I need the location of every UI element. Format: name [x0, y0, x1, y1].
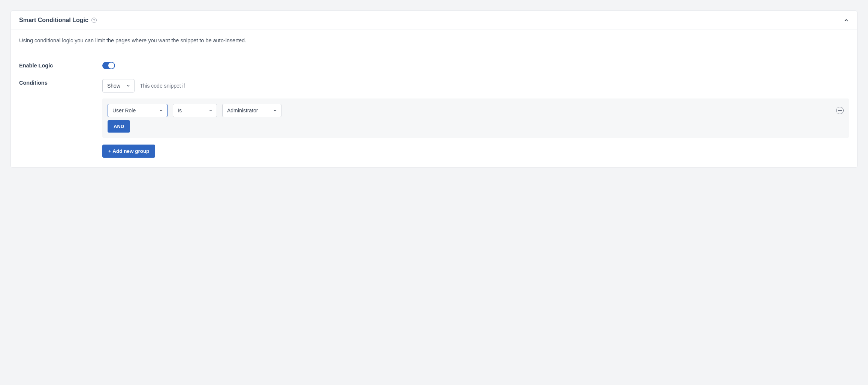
condition-row: User Role Is Administrator: [108, 104, 844, 117]
conditions-label: Conditions: [19, 79, 102, 86]
conditions-content: Show This code snippet if User Role Is: [102, 79, 849, 158]
add-new-group-button[interactable]: + Add new group: [102, 145, 155, 158]
condition-subject-select[interactable]: User Role: [108, 104, 168, 117]
enable-logic-row: Enable Logic: [19, 62, 849, 69]
condition-operator-select[interactable]: Is: [173, 104, 217, 117]
condition-operator-value: Is: [178, 107, 182, 113]
action-suffix-text: This code snippet if: [140, 83, 185, 89]
conditions-group: User Role Is Administrator: [102, 98, 849, 138]
panel-header[interactable]: Smart Conditional Logic ?: [11, 11, 857, 30]
chevron-down-icon: [208, 108, 213, 113]
action-select[interactable]: Show: [102, 79, 135, 93]
chevron-up-icon[interactable]: [844, 18, 849, 23]
conditions-action-row: Show This code snippet if: [102, 79, 849, 93]
panel-title-wrap: Smart Conditional Logic ?: [19, 17, 97, 24]
condition-value-select[interactable]: Administrator: [222, 104, 281, 117]
chevron-down-icon: [273, 108, 277, 113]
remove-condition-button[interactable]: [836, 107, 844, 114]
enable-logic-content: [102, 62, 849, 69]
and-button[interactable]: AND: [108, 120, 130, 133]
panel-body: Using conditional logic you can limit th…: [11, 30, 857, 167]
chevron-down-icon: [159, 108, 163, 113]
condition-value-value: Administrator: [227, 107, 258, 113]
action-select-value: Show: [107, 83, 120, 89]
condition-subject-value: User Role: [112, 107, 136, 113]
chevron-down-icon: [126, 84, 130, 88]
enable-logic-toggle[interactable]: [102, 62, 115, 69]
enable-logic-label: Enable Logic: [19, 62, 102, 69]
panel-title: Smart Conditional Logic: [19, 17, 88, 24]
panel-description: Using conditional logic you can limit th…: [19, 37, 849, 52]
help-icon[interactable]: ?: [91, 18, 97, 23]
conditions-row: Conditions Show This code snippet if Use…: [19, 79, 849, 158]
smart-conditional-logic-panel: Smart Conditional Logic ? Using conditio…: [10, 10, 858, 168]
